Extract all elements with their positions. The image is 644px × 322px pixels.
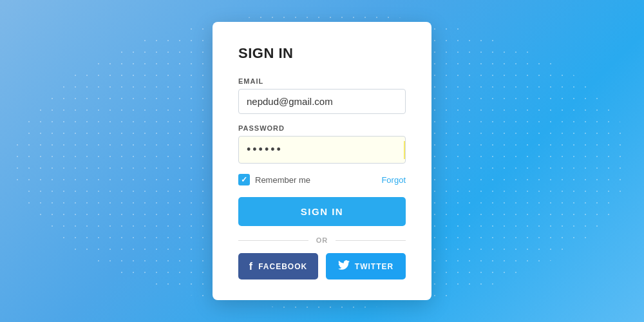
twitter-label: TWITTER [355, 262, 393, 271]
show-password-button[interactable]: SHOW [404, 141, 406, 159]
forgot-link[interactable]: Forgot [381, 175, 406, 185]
or-divider: OR [238, 236, 406, 244]
remember-me-checkbox[interactable]: ✓ [238, 174, 250, 185]
facebook-label: FACEBOOK [258, 262, 307, 271]
password-wrapper: SHOW [238, 136, 406, 164]
login-card: SIGN IN EMAIL PASSWORD SHOW ✓ Remember m… [213, 22, 431, 300]
social-row: f FACEBOOK TWITTER [238, 253, 406, 279]
password-input[interactable] [239, 137, 404, 163]
twitter-button[interactable]: TWITTER [326, 253, 406, 279]
checkbox-check-icon: ✓ [241, 175, 247, 184]
email-input[interactable] [238, 89, 406, 114]
facebook-icon: f [249, 261, 253, 272]
or-line-left [238, 240, 308, 241]
or-text: OR [316, 236, 328, 244]
facebook-button[interactable]: f FACEBOOK [238, 253, 318, 279]
remember-left: ✓ Remember me [238, 174, 310, 185]
card-title: SIGN IN [238, 45, 406, 62]
remember-me-label: Remember me [255, 175, 310, 185]
email-label: EMAIL [238, 77, 406, 85]
email-field-group: EMAIL [238, 77, 406, 114]
password-field-group: PASSWORD SHOW [238, 124, 406, 164]
signin-button[interactable]: SIGN IN [238, 197, 406, 226]
remember-row: ✓ Remember me Forgot [238, 174, 406, 185]
twitter-icon [338, 260, 350, 272]
or-line-right [336, 240, 406, 241]
password-label: PASSWORD [238, 124, 406, 132]
